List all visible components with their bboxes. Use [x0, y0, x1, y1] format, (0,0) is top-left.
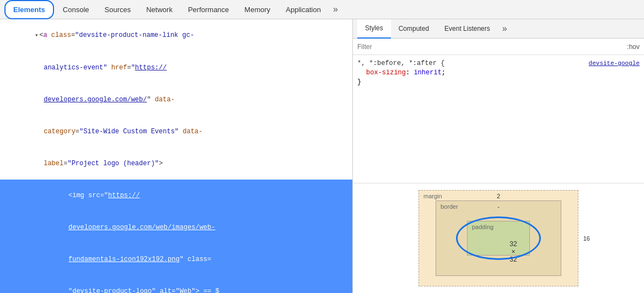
- padding-box: padding 32 × 32: [467, 221, 530, 256]
- tab-network[interactable]: Network: [138, 0, 180, 19]
- dom-line[interactable]: category="Site-Wide Custom Events" data-: [0, 116, 352, 148]
- css-property: box-sizing: [366, 69, 406, 77]
- content-box: 32 × 32: [513, 251, 514, 252]
- padding-label: padding: [472, 224, 493, 230]
- css-source-link[interactable]: devsite-google: [589, 60, 640, 67]
- tab-memory[interactable]: Memory: [237, 0, 278, 19]
- panel-more-button[interactable]: »: [498, 24, 512, 34]
- border-value: -: [497, 203, 500, 210]
- box-model: margin 2 16 border - padding 32 × 32: [418, 190, 578, 286]
- css-rule-header: *, *:before, *:after { devsite-google: [357, 59, 640, 67]
- dom-line-selected[interactable]: developers.google.com/web/images/web-: [0, 211, 352, 243]
- collapse-arrow: ▾: [35, 32, 38, 39]
- css-selector: *, *:before, *:after {: [357, 59, 444, 67]
- margin-right-value: 16: [583, 235, 590, 242]
- margin-top-value: 2: [497, 193, 500, 199]
- dom-link[interactable]: https://: [108, 192, 140, 199]
- content-size: 32 × 32: [509, 240, 517, 263]
- margin-label: margin: [423, 193, 442, 199]
- dom-line[interactable]: developers.google.com/web/" data-: [0, 84, 352, 116]
- top-tab-bar: Elements Console Sources Network Perform…: [0, 0, 644, 19]
- tab-sources[interactable]: Sources: [97, 0, 139, 19]
- border-label: border: [441, 203, 458, 210]
- dom-line-selected[interactable]: fundamentals-icon192x192.png" class=: [0, 243, 352, 275]
- tab-performance[interactable]: Performance: [180, 0, 237, 19]
- filter-bar: :hov: [353, 39, 644, 55]
- tab-styles[interactable]: Styles: [357, 19, 391, 39]
- dom-line[interactable]: label="Project logo (header)">: [0, 148, 352, 180]
- border-box: border - padding 32 × 32: [436, 200, 561, 276]
- dom-link[interactable]: developers.google.com/web/images/web-: [68, 224, 215, 231]
- panel-tab-bar: Styles Computed Event Listeners »: [353, 19, 644, 39]
- margin-box: margin 2 16 border - padding 32 × 32: [418, 190, 578, 286]
- css-rule-close: }: [357, 78, 640, 86]
- box-model-container: margin 2 16 border - padding 32 × 32: [353, 183, 644, 293]
- right-panel: Styles Computed Event Listeners » :hov *…: [353, 19, 644, 293]
- tab-computed[interactable]: Computed: [391, 19, 437, 39]
- more-tabs-button[interactable]: »: [329, 4, 342, 14]
- tab-elements[interactable]: Elements: [4, 0, 54, 19]
- filter-input[interactable]: [357, 43, 625, 51]
- elements-panel: ▾<a class="devsite-product-name-link gc-…: [0, 19, 353, 293]
- css-value: inherit: [414, 69, 441, 77]
- css-rule-block: *, *:before, *:after { devsite-google bo…: [357, 59, 640, 86]
- dom-line[interactable]: ▾<a class="devsite-product-name-link gc-: [0, 19, 352, 52]
- dom-line-selected[interactable]: <img src="https://: [0, 180, 352, 211]
- dom-link[interactable]: fundamentals-icon192x192.png: [68, 256, 180, 263]
- main-content: ▾<a class="devsite-product-name-link gc-…: [0, 19, 644, 293]
- dom-line-selected[interactable]: "devsite-product-logo" alt="Web"> == $: [0, 275, 352, 293]
- filter-hov-label: :hov: [625, 43, 640, 51]
- tab-event-listeners[interactable]: Event Listeners: [437, 19, 498, 39]
- css-declaration: box-sizing: inherit;: [357, 67, 640, 78]
- dom-link[interactable]: https://: [135, 64, 167, 72]
- dom-line[interactable]: analytics-event" href="https://: [0, 52, 352, 84]
- css-rules-area: *, *:before, *:after { devsite-google bo…: [353, 55, 644, 183]
- tab-console[interactable]: Console: [55, 0, 97, 19]
- dom-link[interactable]: developers.google.com/web/: [44, 96, 147, 104]
- tab-application[interactable]: Application: [278, 0, 329, 19]
